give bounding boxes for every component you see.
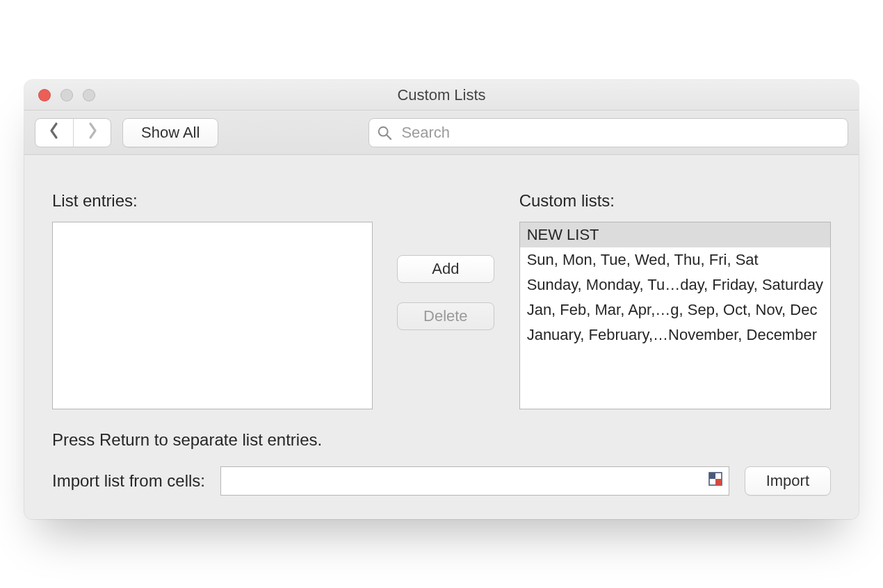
- titlebar: Custom Lists: [24, 80, 859, 111]
- toolbar: Show All: [24, 111, 859, 155]
- cell-reference-input[interactable]: [220, 466, 729, 496]
- chevron-right-icon: [87, 122, 98, 144]
- nav-segment: [35, 118, 111, 147]
- delete-button[interactable]: Delete: [397, 302, 494, 330]
- custom-lists-label: Custom lists:: [519, 191, 831, 211]
- svg-rect-3: [709, 473, 715, 479]
- list-entries-label: List entries:: [52, 191, 372, 211]
- search-input[interactable]: [368, 118, 848, 147]
- list-item[interactable]: January, February,…November, December: [520, 322, 830, 348]
- custom-lists-listbox[interactable]: NEW LISTSun, Mon, Tue, Wed, Thu, Fri, Sa…: [519, 222, 831, 409]
- list-item[interactable]: Sunday, Monday, Tu…day, Friday, Saturday: [520, 272, 830, 297]
- minimize-window-button[interactable]: [60, 89, 73, 101]
- range-picker-button[interactable]: [706, 471, 725, 491]
- forward-button[interactable]: [73, 119, 111, 147]
- search-field-wrap: [368, 118, 848, 147]
- preferences-window: Custom Lists Show All List: [24, 80, 859, 519]
- svg-line-1: [387, 135, 391, 139]
- list-item[interactable]: Sun, Mon, Tue, Wed, Thu, Fri, Sat: [520, 247, 830, 272]
- import-button[interactable]: Import: [745, 466, 831, 496]
- search-icon: [377, 125, 392, 140]
- show-all-button[interactable]: Show All: [122, 118, 218, 147]
- list-item[interactable]: NEW LIST: [520, 222, 830, 247]
- traffic-lights: [38, 89, 95, 101]
- range-picker-icon: [708, 471, 723, 491]
- list-entries-textarea[interactable]: [52, 222, 373, 409]
- list-item[interactable]: Jan, Feb, Mar, Apr,…g, Sep, Oct, Nov, De…: [520, 297, 830, 322]
- import-from-cells-label: Import list from cells:: [52, 471, 205, 491]
- add-button[interactable]: Add: [397, 255, 494, 283]
- zoom-window-button[interactable]: [83, 89, 95, 101]
- chevron-left-icon: [49, 122, 60, 144]
- back-button[interactable]: [35, 119, 73, 147]
- content-pane: List entries: Add Delete Custom lists: N…: [24, 155, 859, 519]
- close-window-button[interactable]: [38, 89, 51, 101]
- window-title: Custom Lists: [24, 86, 859, 104]
- hint-text: Press Return to separate list entries.: [52, 430, 831, 450]
- svg-rect-4: [715, 479, 722, 485]
